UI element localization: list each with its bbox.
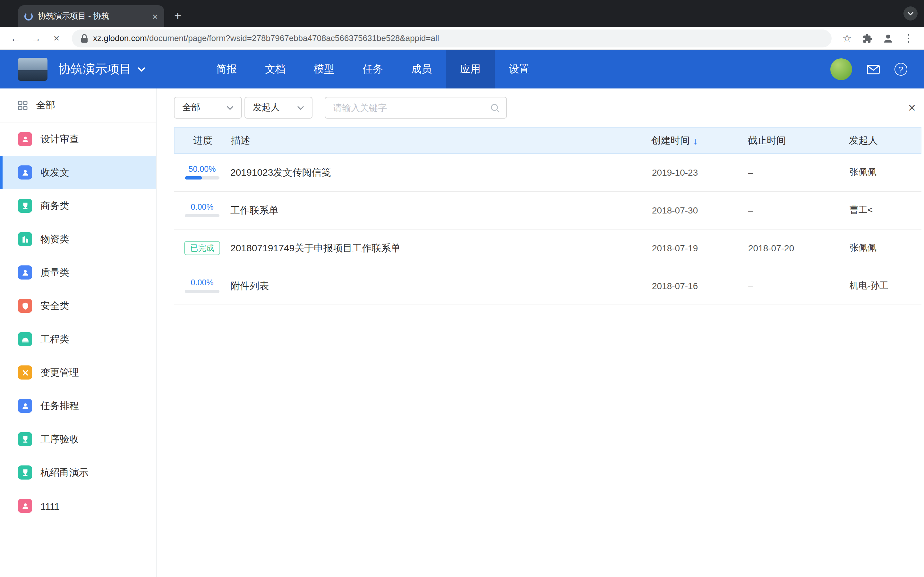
nav-item-设置[interactable]: 设置 <box>495 50 543 89</box>
progress-percent: 0.00% <box>191 203 214 211</box>
progress-cell: 已完成 <box>174 241 230 255</box>
sidebar-item-1111[interactable]: 1111 <box>0 489 156 522</box>
row-deadline-date: – <box>748 281 850 291</box>
row-deadline-date: – <box>748 167 850 177</box>
extensions-icon[interactable] <box>859 29 877 47</box>
column-header-描述[interactable]: 描述 <box>231 134 651 147</box>
close-panel-icon[interactable]: × <box>908 101 916 114</box>
category-dropdown[interactable]: 全部 <box>174 97 242 119</box>
column-header-发起人[interactable]: 发起人 <box>849 134 921 147</box>
sidebar-item-label: 工序验收 <box>40 433 79 445</box>
progress-cell: 0.00% <box>174 203 230 218</box>
row-description: 201807191749关于申报项目工作联系单 <box>230 242 652 254</box>
lock-icon <box>81 34 88 43</box>
sidebar-item-杭绍甬演示[interactable]: 杭绍甬演示 <box>0 456 156 489</box>
person-icon <box>18 165 32 179</box>
table-header: 进度描述创建时间↓截止时间发起人 <box>174 127 921 154</box>
row-description: 20191023发文传阅信笺 <box>230 166 652 179</box>
bookmark-star-icon[interactable]: ☆ <box>838 29 856 47</box>
column-header-label: 进度 <box>193 134 212 147</box>
address-bar[interactable]: xz.glodon.com/document/page/form?wsid=27… <box>72 29 832 47</box>
nav-item-简报[interactable]: 简报 <box>202 50 251 89</box>
forward-button[interactable]: → <box>27 29 45 47</box>
tab-close-icon[interactable]: × <box>152 11 158 21</box>
progress-cell: 50.00% <box>174 165 230 180</box>
nav-item-任务[interactable]: 任务 <box>349 50 397 89</box>
chevron-down-icon <box>907 11 914 15</box>
browser-profile-chip[interactable] <box>903 6 918 21</box>
table-row[interactable]: 已完成201807191749关于申报项目工作联系单2018-07-192018… <box>174 229 921 268</box>
sidebar-item-物资类[interactable]: 物资类 <box>0 222 156 256</box>
row-description: 工作联系单 <box>230 204 652 216</box>
column-header-创建时间[interactable]: 创建时间↓ <box>651 134 748 147</box>
initiator-dropdown-value: 发起人 <box>253 102 280 113</box>
search-input[interactable] <box>325 97 507 119</box>
stop-loading-button[interactable]: × <box>47 29 65 47</box>
row-initiator: 曹工< <box>850 205 921 216</box>
sort-desc-icon[interactable]: ↓ <box>693 135 698 146</box>
header-nav: 简报文档模型任务成员应用设置 <box>202 50 543 89</box>
progress-percent: 50.00% <box>189 165 216 173</box>
sidebar-list: 设计审查收发文商务类物资类质量类安全类工程类变更管理任务排程工序验收杭绍甬演示1… <box>0 122 156 522</box>
chevron-down-icon <box>297 105 304 110</box>
sidebar-item-label: 杭绍甬演示 <box>40 466 89 479</box>
help-button[interactable]: ? <box>895 63 907 76</box>
sidebar-item-label: 工程类 <box>40 333 69 345</box>
sidebar-item-工序验收[interactable]: 工序验收 <box>0 422 156 456</box>
browser-tab[interactable]: 协筑演示项目 - 协筑 × <box>18 5 164 27</box>
nav-item-应用[interactable]: 应用 <box>446 50 495 89</box>
browser-menu-icon[interactable]: ⋮ <box>900 29 918 47</box>
nav-item-模型[interactable]: 模型 <box>300 50 349 89</box>
initiator-dropdown[interactable]: 发起人 <box>244 97 312 119</box>
app-header: 协筑演示项目 简报文档模型任务成员应用设置 ? <box>0 50 924 89</box>
sidebar-item-label: 任务排程 <box>40 400 79 412</box>
back-button[interactable]: ← <box>6 29 24 47</box>
mail-icon <box>867 64 880 74</box>
sidebar: 全部 设计审查收发文商务类物资类质量类安全类工程类变更管理任务排程工序验收杭绍甬… <box>0 89 157 577</box>
nav-item-成员[interactable]: 成员 <box>397 50 446 89</box>
trophy-icon <box>18 199 32 213</box>
tab-title: 协筑演示项目 - 协筑 <box>38 11 147 21</box>
sidebar-item-工程类[interactable]: 工程类 <box>0 322 156 356</box>
sidebar-item-all[interactable]: 全部 <box>0 89 156 122</box>
filter-row: 全部 发起人 × <box>174 97 921 119</box>
progress-bar <box>185 177 220 180</box>
sidebar-item-label: 收发文 <box>40 166 69 179</box>
table-row[interactable]: 0.00%附件列表2018-07-16–机电-孙工 <box>174 268 921 305</box>
scissors-icon <box>18 366 32 380</box>
browser-profile-icon[interactable] <box>879 29 897 47</box>
sidebar-item-收发文[interactable]: 收发文 <box>0 156 156 189</box>
row-deadline-date: 2018-07-20 <box>748 243 850 253</box>
new-tab-button[interactable]: + <box>170 8 186 24</box>
table-row[interactable]: 0.00%工作联系单2018-07-30–曹工< <box>174 192 921 229</box>
row-created-date: 2018-07-30 <box>652 205 748 215</box>
column-header-进度[interactable]: 进度 <box>174 134 231 147</box>
progress-indicator: 0.00% <box>185 279 220 293</box>
progress-bar <box>185 214 220 218</box>
sidebar-item-安全类[interactable]: 安全类 <box>0 289 156 322</box>
progress-percent: 0.00% <box>191 279 214 287</box>
sidebar-item-变更管理[interactable]: 变更管理 <box>0 356 156 389</box>
search-box <box>325 97 507 119</box>
row-initiator: 张佩佩 <box>850 167 921 178</box>
url-path: /document/page/form?wsid=278b7967ebba470… <box>147 33 439 43</box>
person-icon <box>882 32 894 44</box>
sidebar-item-质量类[interactable]: 质量类 <box>0 256 156 289</box>
nav-item-文档[interactable]: 文档 <box>251 50 300 89</box>
project-switcher[interactable]: 协筑演示项目 <box>58 61 145 77</box>
user-avatar[interactable] <box>830 58 852 80</box>
trophy-icon <box>18 432 32 446</box>
puzzle-icon <box>863 33 873 43</box>
main-content: 全部 发起人 × 进度描述创建时间↓截止时间发起人 50.00%201910 <box>157 89 924 577</box>
chevron-down-icon <box>226 105 234 110</box>
sidebar-item-商务类[interactable]: 商务类 <box>0 189 156 222</box>
project-logo[interactable] <box>18 58 47 81</box>
helmet-icon <box>18 332 32 346</box>
messages-button[interactable] <box>867 64 880 74</box>
column-header-截止时间[interactable]: 截止时间 <box>748 134 849 147</box>
sidebar-item-设计审查[interactable]: 设计审查 <box>0 122 156 156</box>
grid-icon <box>18 100 27 110</box>
sidebar-item-label: 设计审查 <box>40 133 79 145</box>
sidebar-item-任务排程[interactable]: 任务排程 <box>0 389 156 422</box>
table-row[interactable]: 50.00%20191023发文传阅信笺2019-10-23–张佩佩 <box>174 154 921 192</box>
